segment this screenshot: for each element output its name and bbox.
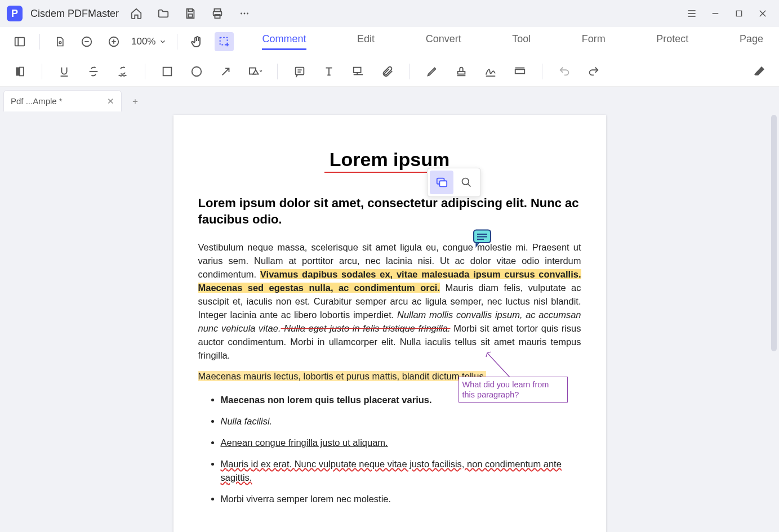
titlebar: P Cisdem PDFMaster: [0, 0, 779, 27]
list-item: Aenean congue fringilla justo ut aliquam…: [221, 436, 581, 450]
svg-rect-25: [16, 67, 20, 75]
note-icon[interactable]: [290, 62, 309, 81]
italic-run: Nulla facilisi.: [221, 416, 273, 426]
tab-convert[interactable]: Convert: [426, 33, 461, 50]
popup-comment-icon[interactable]: [430, 171, 453, 194]
print-icon[interactable]: [208, 4, 227, 23]
popup-search-icon[interactable]: [455, 171, 478, 194]
svg-rect-33: [296, 67, 304, 74]
underline-icon[interactable]: [55, 62, 74, 81]
bullet-list: Maecenas non lorem quis tellus placerat …: [198, 394, 581, 506]
vertical-scrollbar[interactable]: [771, 115, 777, 351]
pencil-icon[interactable]: [422, 62, 442, 81]
undo-icon[interactable]: [555, 62, 574, 81]
strikeout-annotation[interactable]: Nulla eget justo in felis tristique frin…: [281, 323, 451, 333]
maximize-button[interactable]: [729, 4, 749, 23]
select-tool-icon[interactable]: [215, 32, 234, 51]
pdf-page: Lorem ipsum Lorem ipsum dolor sit amet, …: [173, 115, 606, 532]
menu-tabs: Comment Edit Convert Tool Form Protect P…: [262, 33, 769, 50]
document-tab-label: Pdf ...Ample *: [11, 96, 63, 106]
separator: [177, 34, 177, 50]
rectangle-icon[interactable]: [158, 62, 177, 81]
svg-point-30: [192, 66, 202, 76]
oval-icon[interactable]: [187, 62, 206, 81]
separator: [542, 64, 542, 79]
list-item: Mauris id ex erat. Nunc vulputate neque …: [221, 458, 581, 485]
app-logo: P: [7, 6, 23, 21]
svg-rect-42: [458, 71, 465, 74]
zoom-level-label: 100%: [131, 36, 155, 47]
zoom-out-icon[interactable]: [77, 32, 96, 51]
callout-arrow-annotation[interactable]: [484, 350, 513, 378]
strikethrough-icon[interactable]: [84, 62, 103, 81]
document-tabstrip: Pdf ...Ample * ✕ ＋: [0, 87, 779, 111]
tab-edit[interactable]: Edit: [357, 33, 375, 50]
svg-line-55: [487, 353, 510, 377]
svg-point-49: [462, 178, 469, 185]
chevron-down-icon: [159, 38, 167, 46]
attachment-icon[interactable]: [378, 62, 397, 81]
svg-rect-39: [354, 67, 361, 72]
open-icon[interactable]: [154, 4, 173, 23]
separator: [409, 64, 410, 79]
tab-comment[interactable]: Comment: [262, 33, 306, 50]
list-item: Nulla facilisi.: [221, 415, 581, 428]
eraser-icon[interactable]: [750, 62, 769, 81]
underline-annotation[interactable]: Aenean congue fringilla justo ut aliquam…: [221, 437, 388, 448]
close-tab-icon[interactable]: ✕: [107, 96, 114, 106]
arrow-icon[interactable]: [216, 62, 235, 81]
list-item: Morbi viverra semper lorem nec molestie.: [221, 493, 581, 506]
paragraph-body: Vestibulum neque massa, scelerisque sit …: [198, 241, 581, 362]
document-tab[interactable]: Pdf ...Ample * ✕: [3, 90, 122, 111]
highlight-icon[interactable]: [10, 62, 29, 81]
svg-line-50: [468, 184, 470, 187]
save-icon[interactable]: [181, 4, 200, 23]
squiggly-annotation[interactable]: Mauris id ex erat.: [221, 459, 295, 469]
shapes-dropdown-icon[interactable]: [246, 62, 265, 81]
redo-icon[interactable]: [584, 62, 603, 81]
svg-rect-0: [188, 14, 192, 17]
close-button[interactable]: [753, 4, 772, 23]
more-icon[interactable]: [235, 4, 254, 23]
separator: [277, 64, 278, 79]
callout-icon[interactable]: [349, 62, 368, 81]
comment-toolbar: [0, 56, 779, 87]
separator: [145, 64, 145, 79]
tab-form[interactable]: Form: [582, 33, 606, 50]
tab-protect[interactable]: Protect: [656, 33, 688, 50]
callout-annotation[interactable]: What did you learn from this paragraph?: [459, 377, 568, 403]
hand-tool-icon[interactable]: [188, 32, 207, 51]
main-toolbar: 100% Comment Edit Convert Tool Form Prot…: [0, 27, 779, 56]
page-settings-icon[interactable]: [50, 32, 69, 51]
sticky-note-annotation[interactable]: [472, 227, 492, 250]
stamp-icon[interactable]: [452, 62, 471, 81]
app-window: P Cisdem PDFMaster 100% Comment Edit: [0, 0, 779, 532]
svg-point-5: [244, 13, 246, 15]
selection-popup: [427, 168, 481, 197]
svg-rect-11: [736, 11, 741, 16]
svg-rect-48: [439, 181, 447, 186]
text-icon[interactable]: [319, 62, 339, 81]
home-icon[interactable]: [127, 4, 146, 23]
svg-rect-22: [220, 38, 228, 45]
link-icon[interactable]: [510, 62, 529, 81]
tab-page[interactable]: Page: [740, 33, 763, 50]
separator: [39, 34, 40, 50]
svg-rect-14: [15, 38, 25, 46]
svg-point-16: [59, 42, 61, 44]
zoom-in-icon[interactable]: [104, 32, 123, 51]
new-tab-button[interactable]: ＋: [125, 91, 145, 111]
squiggly-icon[interactable]: [113, 62, 132, 81]
highlight-annotation[interactable]: Maecenas mauris lectus, lobortis et puru…: [198, 371, 487, 381]
svg-point-4: [241, 13, 242, 15]
tab-tool[interactable]: Tool: [512, 33, 531, 50]
zoom-level-dropdown[interactable]: 100%: [131, 36, 167, 47]
bold-run: Maecenas non lorem quis tellus placerat …: [221, 395, 432, 405]
sidebar-toggle-icon[interactable]: [10, 32, 29, 51]
minimize-button[interactable]: [706, 4, 725, 23]
signature-icon[interactable]: [481, 62, 500, 81]
hamburger-icon[interactable]: [682, 4, 701, 23]
document-canvas[interactable]: Lorem ipsum Lorem ipsum dolor sit amet, …: [0, 111, 779, 532]
document-title: Lorem ipsum: [198, 149, 581, 171]
text-run: Morbi viverra semper lorem nec molestie.: [221, 494, 391, 504]
